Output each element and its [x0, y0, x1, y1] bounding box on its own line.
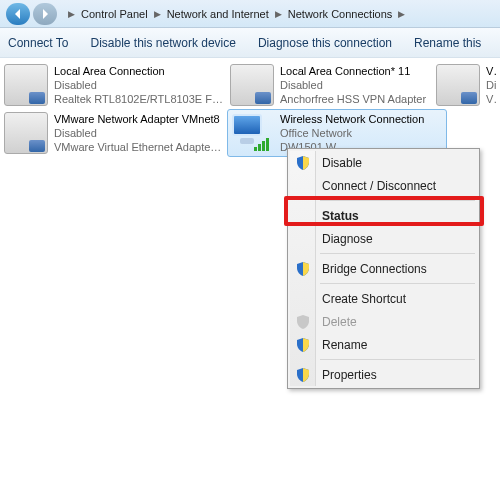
menu-separator: [320, 283, 475, 284]
menu-delete: Delete: [290, 310, 477, 333]
connection-name: VMw: [486, 64, 496, 78]
connection-name: Local Area Connection* 11: [280, 64, 426, 78]
connection-status: Disabled: [54, 78, 224, 92]
menu-shortcut[interactable]: Create Shortcut: [290, 287, 477, 310]
connection-status: Disabled: [54, 126, 224, 140]
shield-icon: [296, 262, 310, 276]
connection-item[interactable]: VMw Disab VMw: [436, 64, 496, 106]
wireless-icon: [230, 112, 274, 154]
connection-name: Local Area Connection: [54, 64, 224, 78]
connection-detail: Realtek RTL8102E/RTL8103E Famil...: [54, 92, 224, 106]
shield-icon: [296, 156, 310, 170]
shield-icon: [296, 338, 310, 352]
chevron-right-icon: ▶: [152, 9, 163, 19]
shield-icon: [296, 368, 310, 382]
menu-separator: [320, 200, 475, 201]
menu-connect[interactable]: Connect / Disconnect: [290, 174, 477, 197]
connection-status: Disab: [486, 78, 496, 92]
menu-disable[interactable]: Disable: [290, 151, 477, 174]
menu-separator: [320, 253, 475, 254]
breadcrumb-seg-1[interactable]: Control Panel: [79, 8, 150, 20]
menu-status[interactable]: Status: [290, 204, 477, 227]
context-menu: Disable Connect / Disconnect Status Diag…: [287, 148, 480, 389]
adapter-icon: [230, 64, 274, 106]
menu-label: Connect / Disconnect: [322, 179, 436, 193]
connection-item[interactable]: Local Area Connection* 11 Disabled Ancho…: [230, 64, 430, 106]
toolbar-disable[interactable]: Disable this network device: [91, 36, 236, 50]
back-arrow-icon: [12, 8, 24, 20]
menu-label: Status: [322, 209, 359, 223]
menu-label: Delete: [322, 315, 357, 329]
breadcrumb-seg-2[interactable]: Network and Internet: [165, 8, 271, 20]
chevron-right-icon: ▶: [273, 9, 284, 19]
connection-name: Wireless Network Connection: [280, 112, 424, 126]
chevron-right-icon: ▶: [66, 9, 77, 19]
toolbar-diagnose[interactable]: Diagnose this connection: [258, 36, 392, 50]
shield-icon: [296, 315, 310, 329]
menu-rename[interactable]: Rename: [290, 333, 477, 356]
forward-arrow-icon: [39, 8, 51, 20]
connection-detail: VMw: [486, 92, 496, 106]
menu-separator: [320, 359, 475, 360]
menu-properties[interactable]: Properties: [290, 363, 477, 386]
toolbar-rename[interactable]: Rename this: [414, 36, 481, 50]
back-button[interactable]: [6, 3, 30, 25]
connection-status: Office Network: [280, 126, 424, 140]
menu-label: Diagnose: [322, 232, 373, 246]
toolbar: Connect To Disable this network device D…: [0, 28, 500, 58]
menu-label: Rename: [322, 338, 367, 352]
breadcrumb-seg-3[interactable]: Network Connections: [286, 8, 395, 20]
connection-item[interactable]: Local Area Connection Disabled Realtek R…: [4, 64, 224, 106]
menu-label: Disable: [322, 156, 362, 170]
connection-detail: Anchorfree HSS VPN Adapter: [280, 92, 426, 106]
forward-button[interactable]: [33, 3, 57, 25]
connection-detail: VMware Virtual Ethernet Adapter ...: [54, 140, 224, 154]
connection-name: VMware Network Adapter VMnet8: [54, 112, 224, 126]
menu-diagnose[interactable]: Diagnose: [290, 227, 477, 250]
menu-bridge[interactable]: Bridge Connections: [290, 257, 477, 280]
toolbar-connect[interactable]: Connect To: [8, 36, 69, 50]
adapter-icon: [436, 64, 480, 106]
menu-label: Properties: [322, 368, 377, 382]
connection-status: Disabled: [280, 78, 426, 92]
titlebar: ▶ Control Panel ▶ Network and Internet ▶…: [0, 0, 500, 28]
chevron-right-icon: ▶: [396, 9, 407, 19]
connection-item[interactable]: VMware Network Adapter VMnet8 Disabled V…: [4, 112, 224, 154]
menu-label: Create Shortcut: [322, 292, 406, 306]
menu-label: Bridge Connections: [322, 262, 427, 276]
breadcrumb[interactable]: ▶ Control Panel ▶ Network and Internet ▶…: [66, 8, 407, 20]
adapter-icon: [4, 112, 48, 154]
adapter-icon: [4, 64, 48, 106]
